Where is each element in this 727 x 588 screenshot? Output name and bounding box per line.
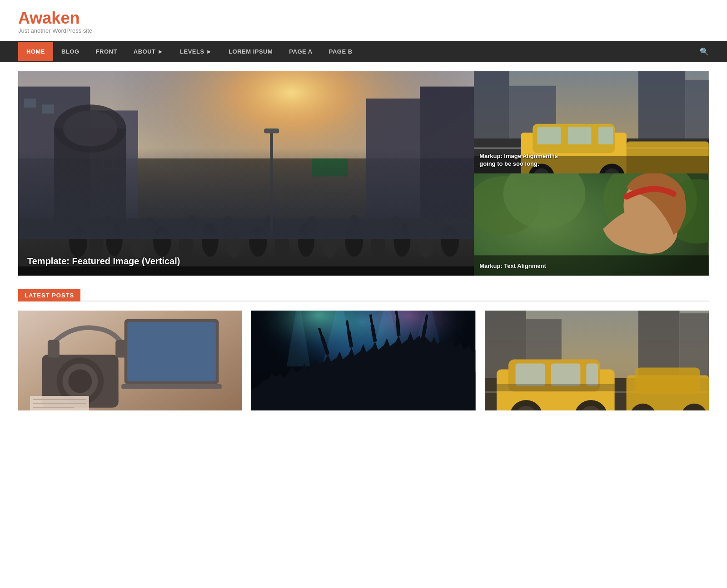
svg-point-21 (322, 229, 338, 257)
site-tagline: Just another WordPress site (18, 27, 709, 34)
svg-point-31 (222, 216, 234, 237)
svg-rect-42 (312, 158, 348, 177)
post-card-1[interactable] (18, 311, 242, 410)
svg-point-12 (106, 222, 123, 256)
svg-rect-57 (538, 127, 561, 144)
hero-side-caption-1: Markup: Image Alignment is going to be s… (479, 153, 561, 168)
hero-side-panel: Markup: Image Alignment is going to be s… (474, 71, 709, 276)
nav-item-home[interactable]: HOME (18, 42, 53, 61)
hero-side-caption-2: Markup: Text Alignment (479, 262, 546, 270)
svg-rect-41 (264, 128, 279, 133)
hero-side-svg-2 (474, 173, 709, 276)
nav-link-about[interactable]: ABOUT ► (125, 42, 172, 61)
nav-link-blog[interactable]: BLOG (53, 42, 88, 61)
svg-point-19 (275, 232, 289, 258)
svg-rect-58 (568, 127, 592, 144)
svg-point-33 (306, 216, 318, 237)
svg-point-28 (103, 216, 114, 235)
search-icon[interactable]: 🔍 (700, 41, 709, 62)
latest-posts-section: LATEST POSTS (18, 289, 709, 410)
svg-point-14 (153, 225, 171, 257)
hero-side-post-1[interactable]: Markup: Image Alignment is going to be s… (474, 71, 709, 173)
svg-rect-59 (598, 127, 613, 144)
svg-point-26 (441, 225, 459, 257)
site-title[interactable]: Awaken (18, 9, 709, 27)
svg-point-32 (265, 215, 276, 234)
nav-link-lorem[interactable]: LOREM IPSUM (220, 42, 281, 61)
hero-main-svg (18, 71, 474, 276)
svg-point-35 (390, 216, 402, 237)
main-nav: HOME BLOG FRONT ABOUT ► LEVELS ► LOREM I… (0, 41, 727, 62)
post-thumb-svg-3 (485, 311, 709, 410)
svg-rect-43 (18, 266, 474, 275)
nav-list: HOME BLOG FRONT ABOUT ► LEVELS ► LOREM I… (18, 42, 700, 61)
nav-link-pagea[interactable]: PAGE A (281, 42, 320, 61)
svg-point-10 (69, 227, 87, 257)
post-card-3[interactable] (485, 311, 709, 410)
hero-section: Template: Featured Image (Vertical) (18, 71, 709, 276)
svg-point-24 (393, 223, 410, 257)
svg-rect-84 (18, 311, 242, 410)
section-header: LATEST POSTS (18, 289, 709, 301)
svg-rect-4 (24, 99, 36, 108)
nav-item-levels[interactable]: LEVELS ► (172, 42, 220, 61)
site-header: Awaken Just another WordPress site (0, 0, 727, 41)
nav-link-home[interactable]: HOME (18, 42, 53, 61)
hero-main-post[interactable]: Template: Featured Image (Vertical) (18, 71, 474, 276)
posts-grid (18, 311, 709, 410)
nav-item-pageb[interactable]: PAGE B (321, 42, 361, 61)
nav-item-front[interactable]: FRONT (88, 42, 125, 61)
svg-point-15 (179, 232, 194, 258)
svg-rect-40 (270, 128, 273, 237)
svg-point-34 (349, 215, 359, 234)
svg-point-22 (345, 225, 363, 257)
svg-point-39 (63, 110, 117, 146)
post-card-2[interactable] (251, 311, 475, 410)
hero-side-post-2[interactable]: Markup: Text Alignment (474, 173, 709, 276)
nav-item-blog[interactable]: BLOG (53, 42, 88, 61)
nav-item-about[interactable]: ABOUT ► (125, 42, 172, 61)
svg-point-20 (298, 223, 314, 257)
post-thumbnail-3 (485, 311, 709, 410)
svg-point-29 (144, 217, 156, 239)
svg-point-23 (371, 232, 385, 258)
svg-point-13 (130, 229, 146, 257)
nav-link-front[interactable]: FRONT (88, 42, 125, 61)
svg-rect-5 (42, 104, 54, 114)
svg-point-17 (226, 229, 242, 257)
svg-point-25 (418, 229, 433, 257)
hero-main-caption: Template: Featured Image (Vertical) (27, 256, 180, 267)
svg-point-36 (433, 215, 443, 234)
latest-posts-title: LATEST POSTS (18, 289, 80, 301)
svg-point-30 (187, 215, 198, 234)
nav-link-pageb[interactable]: PAGE B (321, 42, 361, 61)
svg-rect-125 (485, 311, 709, 410)
nav-item-pagea[interactable]: PAGE A (281, 42, 320, 61)
svg-point-16 (202, 223, 219, 257)
svg-point-27 (60, 217, 72, 238)
svg-point-18 (249, 225, 267, 257)
post-thumbnail-1 (18, 311, 242, 410)
post-thumb-svg-1 (18, 311, 242, 410)
post-thumbnail-2 (251, 311, 475, 410)
nav-link-levels[interactable]: LEVELS ► (172, 42, 220, 61)
hero-main-image (18, 71, 474, 276)
svg-point-11 (89, 232, 104, 258)
svg-line-100 (398, 319, 399, 336)
nav-item-lorem[interactable]: LOREM IPSUM (220, 42, 281, 61)
post-thumb-svg-2 (251, 311, 475, 410)
